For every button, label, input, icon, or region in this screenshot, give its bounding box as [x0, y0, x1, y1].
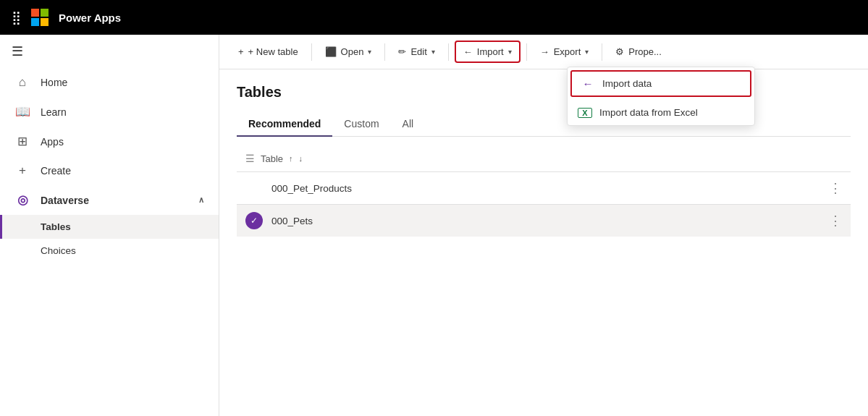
import-caret-icon: ▾ [508, 48, 512, 56]
topbar: ⣿ Power Apps [0, 0, 868, 35]
row-check-2: ✓ [245, 212, 263, 229]
table-row[interactable]: ✓ 000_Pets ⋮ [237, 204, 851, 237]
import-button[interactable]: ← Import ▾ [455, 41, 521, 63]
page-body: Tables Recommended Custom All ☰ Table ↑ … [219, 69, 868, 416]
sort-asc-icon[interactable]: ↑ [289, 154, 293, 163]
create-icon: + [14, 164, 30, 178]
toolbar-divider-5 [602, 43, 602, 61]
sidebar-item-dataverse[interactable]: ◎ Dataverse ∧ [0, 185, 219, 215]
new-table-label: + New table [248, 46, 298, 57]
home-icon: ⌂ [14, 75, 30, 90]
open-button[interactable]: ⬛ Open ▾ [318, 42, 379, 61]
edit-label: Edit [410, 46, 426, 57]
sidebar-item-apps-label: Apps [41, 136, 64, 148]
sidebar-item-learn-label: Learn [41, 106, 67, 118]
row-2-name: 000_Pets [271, 216, 820, 226]
import-icon: ← [463, 46, 473, 57]
sidebar-sub-menu: Tables Choices [0, 215, 219, 263]
sidebar-choices-label: Choices [41, 245, 76, 256]
sidebar-item-dataverse-label: Dataverse [41, 195, 89, 206]
sidebar-item-home[interactable]: ⌂ Home [0, 68, 219, 97]
sidebar-item-learn[interactable]: 📖 Learn [0, 97, 219, 127]
main-content: + + New table ⬛ Open ▾ ✏ Edit ▾ ← Import… [219, 35, 868, 416]
import-dropdown: ← Import data X Import data from Excel [567, 67, 755, 126]
app-title: Power Apps [59, 12, 121, 24]
sidebar-item-tables[interactable]: Tables [0, 215, 219, 239]
export-caret-icon: ▾ [585, 48, 589, 56]
waffle-icon[interactable]: ⣿ [9, 7, 24, 28]
tab-recommended-label: Recommended [248, 118, 321, 130]
properties-button[interactable]: ⚙ Prope... [608, 42, 669, 61]
tab-recommended[interactable]: Recommended [237, 112, 332, 137]
dropdown-item-import-excel[interactable]: X Import data from Excel [568, 100, 754, 125]
sidebar-nav: ⌂ Home 📖 Learn ⊞ Apps + Create ◎ Dataver… [0, 68, 219, 263]
toolbar-divider-4 [526, 43, 527, 61]
edit-button[interactable]: ✏ Edit ▾ [391, 42, 442, 61]
toolbar: + + New table ⬛ Open ▾ ✏ Edit ▾ ← Import… [219, 35, 868, 69]
properties-label: Prope... [628, 46, 662, 57]
toolbar-divider-3 [448, 43, 449, 61]
sidebar-item-apps[interactable]: ⊞ Apps [0, 127, 219, 156]
export-button[interactable]: → Export ▾ [533, 42, 597, 61]
sidebar-item-home-label: Home [41, 77, 67, 88]
hamburger-button[interactable]: ☰ [0, 35, 219, 68]
dataverse-icon: ◎ [14, 192, 30, 208]
sidebar-tables-label: Tables [41, 221, 71, 232]
sidebar-item-choices[interactable]: Choices [0, 239, 219, 263]
import-data-icon: ← [581, 77, 595, 90]
export-icon: → [540, 46, 549, 57]
toolbar-divider-1 [311, 43, 312, 61]
tab-all-label: All [403, 118, 414, 130]
import-data-label: Import data [602, 78, 652, 89]
row-1-menu-icon[interactable]: ⋮ [829, 180, 842, 196]
open-label: Open [341, 46, 364, 57]
properties-icon: ⚙ [615, 46, 624, 57]
row-check-1 [245, 179, 263, 197]
edit-caret-icon: ▾ [431, 48, 435, 56]
chevron-up-icon: ∧ [198, 195, 204, 205]
page-title: Tables [237, 84, 851, 101]
new-table-button[interactable]: + + New table [231, 42, 306, 61]
toolbar-divider-2 [384, 43, 385, 61]
tabs-container: Recommended Custom All [237, 112, 851, 137]
table-col-label: Table [261, 153, 283, 164]
apps-icon: ⊞ [14, 134, 30, 149]
export-label: Export [554, 46, 581, 57]
table-row[interactable]: 000_Pet_Products ⋮ [237, 171, 851, 204]
svg-rect-1 [41, 9, 49, 17]
list-icon: ☰ [245, 153, 255, 164]
sidebar-item-create[interactable]: + Create [0, 156, 219, 185]
excel-icon: X [578, 108, 592, 118]
open-caret-icon: ▾ [368, 48, 371, 56]
tab-custom[interactable]: Custom [332, 112, 390, 137]
sort-desc-icon[interactable]: ↓ [299, 154, 303, 163]
dropdown-item-import-data[interactable]: ← Import data [570, 70, 751, 97]
hamburger-icon: ☰ [12, 44, 23, 59]
row-1-name: 000_Pet_Products [271, 183, 820, 194]
tab-all[interactable]: All [391, 112, 426, 137]
svg-rect-0 [31, 9, 39, 17]
table-col-header: ☰ Table ↑ ↓ [237, 148, 851, 169]
ms-logo [31, 9, 49, 26]
svg-rect-2 [31, 18, 39, 26]
app-layout: ☰ ⌂ Home 📖 Learn ⊞ Apps + Create ◎ Datav… [0, 35, 868, 416]
sidebar-item-create-label: Create [41, 165, 71, 177]
tab-custom-label: Custom [344, 118, 379, 130]
sidebar: ☰ ⌂ Home 📖 Learn ⊞ Apps + Create ◎ Datav… [0, 35, 219, 416]
row-2-menu-icon[interactable]: ⋮ [829, 213, 842, 229]
open-icon: ⬛ [325, 46, 337, 57]
import-excel-label: Import data from Excel [599, 107, 698, 118]
edit-icon: ✏ [398, 46, 406, 57]
new-table-icon: + [238, 46, 244, 57]
learn-icon: 📖 [14, 104, 30, 119]
import-label: Import [477, 46, 504, 57]
svg-rect-3 [41, 18, 49, 26]
